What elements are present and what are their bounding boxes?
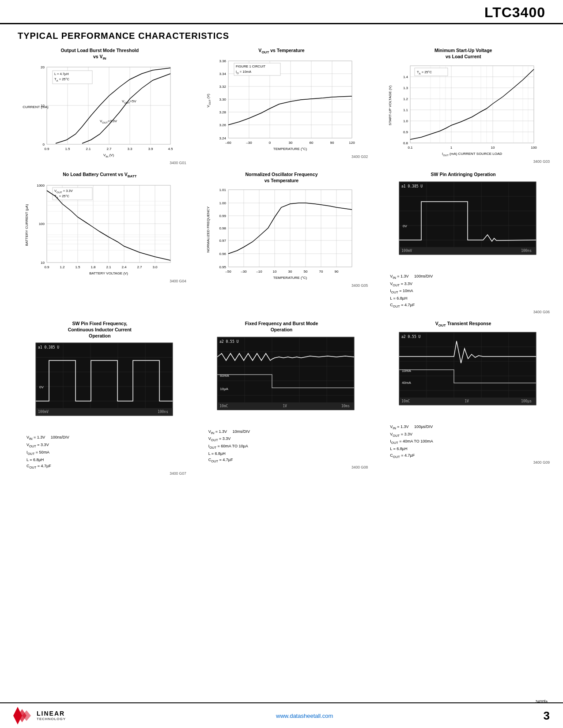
svg-text:3.28: 3.28 — [219, 110, 227, 114]
chart-vout-temp: VOUT vs Temperature — [193, 48, 370, 165]
svg-text:3.0: 3.0 — [152, 265, 158, 269]
svg-text:L = 4.7µH: L = 4.7µH — [54, 72, 69, 76]
svg-text:0.8: 0.8 — [403, 141, 408, 145]
footer: LINEAR TECHNOLOGY www.datasheetall.com 3 — [0, 702, 563, 728]
svg-text:1.5: 1.5 — [65, 147, 70, 151]
svg-text:120: 120 — [349, 141, 355, 145]
svg-text:3.9: 3.9 — [148, 147, 153, 151]
page: LTC3400 Typical Performance Characterist… — [0, 0, 563, 728]
svg-rect-207 — [36, 408, 173, 416]
footer-website[interactable]: www.datasheetall.com — [276, 713, 333, 719]
svg-text:0: 0 — [269, 141, 271, 145]
chart-4-svg: 0.9 1.2 1.5 1.8 2.1 2.4 2.7 3.0 10 100 1… — [23, 181, 177, 278]
svg-text:FIGURE 1 CIRCUIT: FIGURE 1 CIRCUIT — [236, 64, 266, 68]
svg-text:2.1: 2.1 — [106, 265, 111, 269]
svg-text:1.01: 1.01 — [219, 188, 227, 192]
svg-text:–30: –30 — [246, 141, 253, 145]
svg-text:3.32: 3.32 — [219, 85, 227, 89]
svg-text:0.98: 0.98 — [219, 226, 227, 230]
svg-text:100: 100 — [38, 222, 45, 226]
svg-text:10: 10 — [491, 146, 495, 150]
svg-text:0V: 0V — [403, 224, 407, 228]
chart-4-id: 3400 G04 — [170, 279, 186, 283]
svg-text:2.4: 2.4 — [121, 265, 127, 269]
svg-text:3.3: 3.3 — [127, 147, 132, 151]
svg-text:4.5: 4.5 — [168, 147, 173, 151]
chart-8-id: 3400 G08 — [351, 465, 368, 469]
svg-text:90: 90 — [335, 270, 339, 274]
svg-text:–30: –30 — [241, 270, 247, 274]
svg-text:100: 100 — [531, 146, 537, 150]
svg-text:1.8: 1.8 — [91, 265, 96, 269]
svg-text:VSW: VSW — [27, 362, 34, 367]
chart-output-load: Output Load Burst Mode Thresholdvs VIN — [11, 48, 189, 165]
svg-text:60: 60 — [310, 141, 314, 145]
svg-text:2.1: 2.1 — [86, 147, 91, 151]
chart-1-title: Output Load Burst Mode Thresholdvs VIN — [60, 48, 139, 61]
svg-text:0.9: 0.9 — [403, 130, 408, 134]
svg-text:1.2: 1.2 — [403, 97, 408, 101]
chart-startup-voltage: Minimum Start-Up Voltagevs Load Current — [374, 48, 552, 165]
svg-rect-187 — [399, 247, 536, 255]
svg-text:3.30: 3.30 — [219, 98, 227, 101]
svg-text:VIN (V): VIN (V) — [103, 153, 114, 158]
chart-5-svg: –50 –30 –10 10 30 50 70 90 0.95 0.96 0.9… — [204, 185, 359, 282]
chart-4-title: No Load Battery Current vs VBATT — [63, 172, 136, 179]
svg-text:1.5: 1.5 — [75, 265, 80, 269]
chart-2-title: VOUT vs Temperature — [258, 48, 304, 55]
svg-text:100ns: 100ns — [521, 249, 532, 253]
footer-logo-text: LINEAR — [37, 710, 66, 717]
svg-text:IOUT: IOUT — [393, 375, 399, 379]
svg-text:1: 1 — [450, 146, 453, 150]
footer-logo: LINEAR TECHNOLOGY — [13, 707, 66, 724]
svg-text:90: 90 — [330, 141, 334, 145]
svg-text:a1  0.385 U: a1 0.385 U — [38, 345, 59, 349]
chart-3-svg: 0.1 1 10 100 0.8 0.9 1.0 1.1 1.2 1.3 1.4… — [386, 61, 540, 158]
chart-3-title: Minimum Start-Up Voltagevs Load Current — [435, 48, 492, 60]
svg-text:IOUT (mA) CURRENT SOURCE LOAD: IOUT (mA) CURRENT SOURCE LOAD — [442, 152, 502, 157]
svg-text:0: 0 — [42, 143, 45, 146]
svg-text:0.9: 0.9 — [44, 147, 49, 151]
svg-text:40mA: 40mA — [402, 381, 412, 385]
svg-text:a2  0.55 U: a2 0.55 U — [219, 340, 239, 344]
svg-text:0.96: 0.96 — [219, 252, 227, 256]
svg-text:10mC: 10mC — [219, 404, 228, 408]
chart-2-svg: –60 –30 0 30 60 90 120 3.24 3.26 3.28 3.… — [204, 56, 359, 154]
svg-rect-210 — [217, 337, 354, 410]
svg-text:VOUT(AC): VOUT(AC) — [387, 345, 399, 349]
chart-5-id: 3400 G05 — [351, 283, 368, 288]
svg-text:100mV: 100mV — [38, 410, 49, 414]
svg-text:1.3: 1.3 — [403, 86, 408, 90]
svg-text:0.97: 0.97 — [219, 239, 227, 243]
svg-text:10: 10 — [41, 261, 45, 265]
svg-text:10ms: 10ms — [341, 404, 350, 408]
chart-5-title: Normalized Oscillator Frequencyvs Temper… — [246, 172, 318, 184]
svg-text:10mC: 10mC — [401, 399, 410, 403]
chart-7-title: SW Pin Fixed Frequency,Continuous Induct… — [68, 321, 132, 339]
svg-text:10: 10 — [273, 270, 277, 274]
svg-text:1V: 1V — [283, 404, 287, 408]
chart-9-id: 3400 G09 — [533, 460, 550, 465]
svg-text:2.7: 2.7 — [106, 147, 112, 151]
svg-text:BATTERY VOLTAGE (V): BATTERY VOLTAGE (V) — [89, 271, 128, 275]
svg-text:2.7: 2.7 — [137, 265, 142, 269]
svg-text:VOUT (V): VOUT (V) — [206, 94, 211, 108]
chart-6-svg: a1 0.385 U VSW 1V/DIV — [386, 180, 540, 272]
chart-sw-antiringing: SW Pin Antiringing Operation a1 0.385 U — [374, 172, 552, 314]
svg-text:1.0: 1.0 — [403, 119, 408, 123]
svg-text:1000: 1000 — [37, 184, 45, 188]
svg-text:1.1: 1.1 — [403, 108, 408, 112]
chart-7-specs: VIN = 1.3V 100ns/DIV VOUT = 3.3V IOUT = … — [11, 434, 69, 470]
svg-text:NORMALIZED FREQUENCY: NORMALIZED FREQUENCY — [206, 206, 210, 253]
svg-text:0.9: 0.9 — [44, 265, 49, 269]
svg-rect-233 — [399, 332, 536, 405]
svg-text:START-UP VOLTAGE (V): START-UP VOLTAGE (V) — [388, 86, 392, 126]
svg-text:10µA: 10µA — [220, 387, 229, 391]
chart-no-load-battery: No Load Battery Current vs VBATT — [11, 172, 189, 314]
chart-6-title: SW Pin Antiringing Operation — [431, 172, 496, 178]
page-number: 3 — [544, 709, 550, 723]
svg-text:100mV: 100mV — [401, 249, 412, 253]
svg-text:–50: –50 — [226, 270, 232, 274]
chart-3-id: 3400 G03 — [533, 159, 550, 164]
svg-text:3.36: 3.36 — [219, 59, 227, 63]
